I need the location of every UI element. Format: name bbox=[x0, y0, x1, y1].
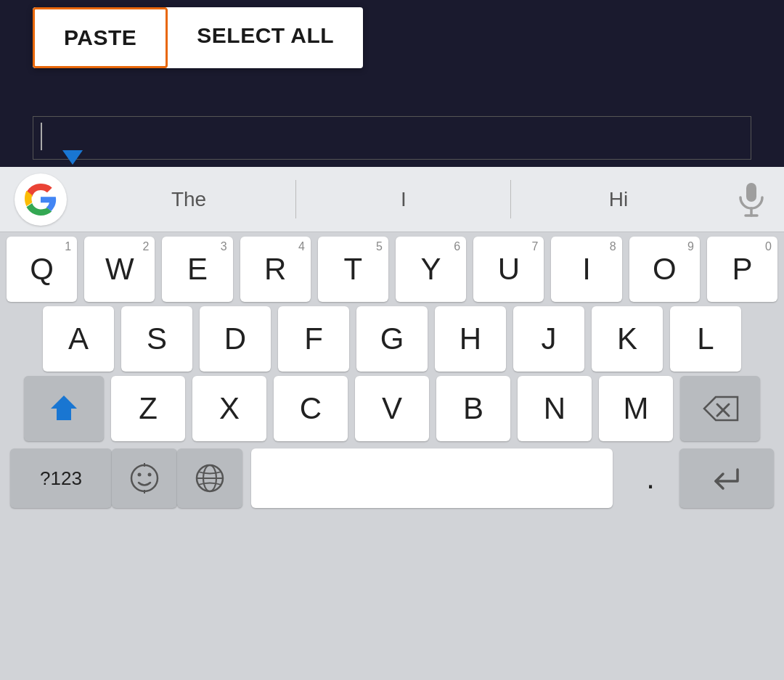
key-j[interactable]: J bbox=[513, 306, 584, 372]
key-s[interactable]: S bbox=[121, 306, 192, 372]
microphone-button[interactable] bbox=[726, 181, 777, 218]
suggestions-bar: The I Hi bbox=[0, 167, 784, 232]
key-x[interactable]: X bbox=[192, 376, 266, 441]
key-r[interactable]: 4 R bbox=[240, 237, 311, 302]
key-m[interactable]: M bbox=[599, 376, 673, 441]
key-c[interactable]: C bbox=[274, 376, 348, 441]
key-n[interactable]: N bbox=[518, 376, 592, 441]
key-i[interactable]: 8 I bbox=[551, 237, 621, 302]
num-hint-1: 1 bbox=[65, 240, 71, 253]
key-p[interactable]: 0 P bbox=[707, 237, 777, 302]
key-z[interactable]: Z bbox=[111, 376, 185, 441]
key-b[interactable]: B bbox=[436, 376, 510, 441]
keyboard: The I Hi 1 Q bbox=[0, 167, 784, 680]
text-cursor bbox=[41, 123, 42, 150]
num-hint-3: 3 bbox=[221, 240, 227, 253]
period-display: . bbox=[621, 461, 679, 496]
num-hint-2: 2 bbox=[142, 240, 149, 253]
suggestion-i[interactable]: I bbox=[296, 167, 511, 232]
key-d[interactable]: D bbox=[200, 306, 271, 372]
space-key[interactable] bbox=[251, 448, 613, 508]
key-q[interactable]: 1 Q bbox=[7, 237, 77, 302]
svg-point-8 bbox=[148, 473, 152, 477]
num-hint-8: 8 bbox=[610, 240, 616, 253]
svg-point-7 bbox=[138, 473, 142, 477]
svg-point-6 bbox=[131, 465, 158, 491]
svg-marker-3 bbox=[51, 396, 77, 420]
cursor-handle bbox=[62, 150, 83, 165]
svg-rect-0 bbox=[746, 183, 756, 202]
text-input-area[interactable] bbox=[33, 116, 751, 160]
key-f[interactable]: F bbox=[278, 306, 349, 372]
context-menu: PASTE SELECT ALL bbox=[33, 7, 363, 68]
num-hint-5: 5 bbox=[376, 240, 383, 253]
num-hint-0: 0 bbox=[765, 240, 772, 253]
suggestions-list: The I Hi bbox=[81, 167, 726, 232]
top-input-area: PASTE SELECT ALL bbox=[0, 0, 784, 167]
key-y[interactable]: 6 Y bbox=[396, 237, 466, 302]
google-logo-button[interactable] bbox=[15, 173, 67, 226]
key-l[interactable]: L bbox=[670, 306, 741, 372]
num-hint-9: 9 bbox=[687, 240, 694, 253]
suggestion-hi[interactable]: Hi bbox=[511, 167, 726, 232]
key-k[interactable]: K bbox=[592, 306, 663, 372]
globe-key[interactable] bbox=[177, 448, 242, 508]
key-a[interactable]: A bbox=[43, 306, 114, 372]
bottom-row: ?123 bbox=[3, 446, 781, 511]
key-o[interactable]: 9 O bbox=[629, 237, 700, 302]
key-row-1: 1 Q 2 W 3 E 4 R 5 T 6 Y bbox=[3, 237, 781, 302]
num-hint-4: 4 bbox=[298, 240, 305, 253]
key-g[interactable]: G bbox=[356, 306, 428, 372]
select-all-button[interactable]: SELECT ALL bbox=[168, 7, 363, 68]
key-h[interactable]: H bbox=[435, 306, 506, 372]
key-row-2: A S D F G H J K L bbox=[3, 306, 781, 372]
key-w[interactable]: 2 W bbox=[84, 237, 155, 302]
paste-button[interactable]: PASTE bbox=[33, 7, 168, 68]
key-e[interactable]: 3 E bbox=[162, 237, 232, 302]
num-hint-6: 6 bbox=[454, 240, 460, 253]
key-row-3: Z X C V B N M bbox=[3, 376, 781, 441]
suggestion-the[interactable]: The bbox=[81, 167, 296, 232]
shift-key[interactable] bbox=[24, 376, 104, 441]
keyboard-rows: 1 Q 2 W 3 E 4 R 5 T 6 Y bbox=[0, 232, 784, 515]
num-hint-7: 7 bbox=[532, 240, 539, 253]
backspace-key[interactable] bbox=[680, 376, 760, 441]
emoji-key[interactable] bbox=[112, 448, 177, 508]
enter-key[interactable] bbox=[679, 448, 774, 508]
num-sym-key[interactable]: ?123 bbox=[10, 448, 112, 508]
key-v[interactable]: V bbox=[355, 376, 429, 441]
key-u[interactable]: 7 U bbox=[473, 237, 544, 302]
key-t[interactable]: 5 T bbox=[318, 237, 388, 302]
